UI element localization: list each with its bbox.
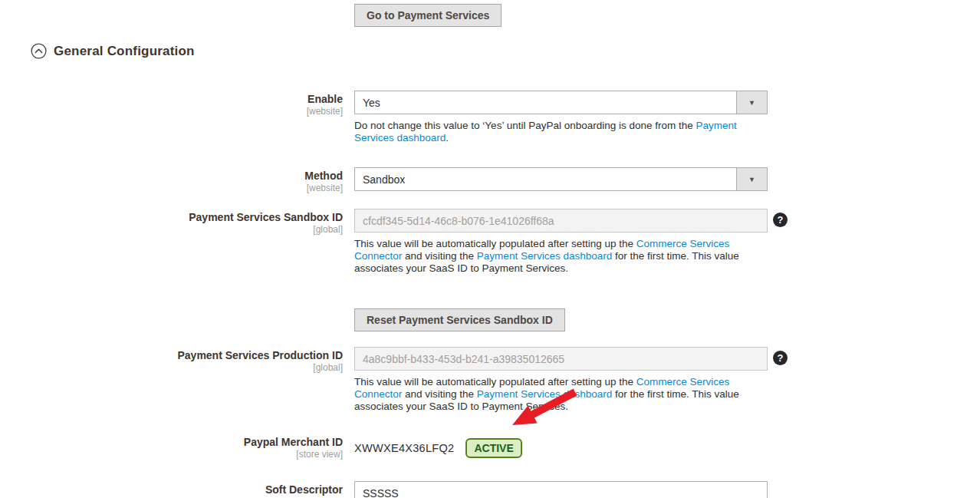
production-id-note: This value will be automatically populat…: [354, 376, 772, 413]
merchant-id-value: XWWXE4X36LFQ2: [354, 442, 454, 454]
method-select[interactable]: Sandbox ▼: [354, 167, 768, 191]
top-button-row: Go to Payment Services: [0, 0, 980, 27]
enable-field-row: Enable [website] Yes ▼ Do not change thi…: [0, 91, 980, 144]
production-id-input: [354, 347, 768, 371]
go-to-payment-services-button[interactable]: Go to Payment Services: [354, 4, 502, 27]
merchant-id-label: Paypal Merchant ID: [0, 437, 343, 448]
chevron-up-circle-icon[interactable]: [31, 43, 47, 59]
sandbox-note-text-2: and visiting the: [402, 250, 477, 262]
merchant-id-field-row: Paypal Merchant ID [store view] XWWXE4X3…: [0, 434, 980, 460]
enable-label: Enable: [0, 94, 343, 105]
production-note-text-1: This value will be automatically populat…: [354, 376, 636, 388]
reset-button-row: Reset Payment Services Sandbox ID: [0, 308, 980, 331]
sandbox-id-scope: [global]: [0, 224, 343, 235]
enable-note-period: .: [446, 132, 449, 143]
merchant-id-scope: [store view]: [0, 449, 343, 460]
enable-scope: [website]: [0, 106, 343, 117]
production-id-field-row: Payment Services Production ID [global] …: [0, 347, 980, 413]
enable-note: Do not change this value to ‘Yes’ until …: [354, 120, 772, 144]
enable-select[interactable]: Yes ▼: [354, 91, 768, 114]
chevron-down-icon: ▼: [736, 91, 767, 114]
payment-services-dashboard-link[interactable]: Payment Services dashboard: [477, 250, 612, 262]
method-select-value: Sandbox: [355, 168, 736, 190]
sandbox-id-input: [354, 209, 768, 233]
general-configuration-section-header[interactable]: General Configuration: [31, 43, 980, 59]
merchant-id-label-col: Paypal Merchant ID [store view]: [0, 434, 343, 460]
payment-services-dashboard-link[interactable]: Payment Services dashboard: [477, 388, 612, 400]
method-label: Method: [0, 170, 343, 182]
production-id-scope: [global]: [0, 362, 343, 373]
payment-services-config-page: { "top": { "go_button_label": "Go to Pay…: [0, 0, 980, 498]
method-label-col: Method [website]: [0, 167, 343, 193]
help-icon[interactable]: ?: [773, 213, 788, 227]
active-status-badge: ACTIVE: [465, 438, 521, 458]
sandbox-id-label: Payment Services Sandbox ID: [0, 212, 343, 223]
production-id-label-col: Payment Services Production ID [global]: [0, 347, 343, 373]
sandbox-id-note: This value will be automatically populat…: [354, 238, 772, 275]
sandbox-note-text-1: This value will be automatically populat…: [354, 238, 636, 249]
method-scope: [website]: [0, 183, 343, 193]
soft-descriptor-input[interactable]: [354, 481, 768, 498]
chevron-down-icon: ▼: [736, 168, 767, 190]
soft-descriptor-label: Soft Descriptor: [0, 484, 343, 496]
method-field-row: Method [website] Sandbox ▼: [0, 167, 980, 193]
soft-descriptor-field-row: Soft Descriptor [store view]: [0, 481, 980, 498]
help-icon[interactable]: ?: [773, 351, 788, 365]
reset-sandbox-id-button[interactable]: Reset Payment Services Sandbox ID: [354, 308, 565, 331]
section-title: General Configuration: [54, 44, 195, 59]
sandbox-id-field-row: Payment Services Sandbox ID [global] ? T…: [0, 209, 980, 275]
production-note-text-2: and visiting the: [402, 388, 477, 400]
sandbox-id-label-col: Payment Services Sandbox ID [global]: [0, 209, 343, 235]
production-id-label: Payment Services Production ID: [0, 350, 343, 361]
soft-descriptor-label-col: Soft Descriptor [store view]: [0, 481, 343, 498]
enable-note-text: Do not change this value to ‘Yes’ until …: [354, 120, 696, 131]
enable-label-col: Enable [website]: [0, 91, 343, 117]
enable-select-value: Yes: [355, 91, 736, 114]
